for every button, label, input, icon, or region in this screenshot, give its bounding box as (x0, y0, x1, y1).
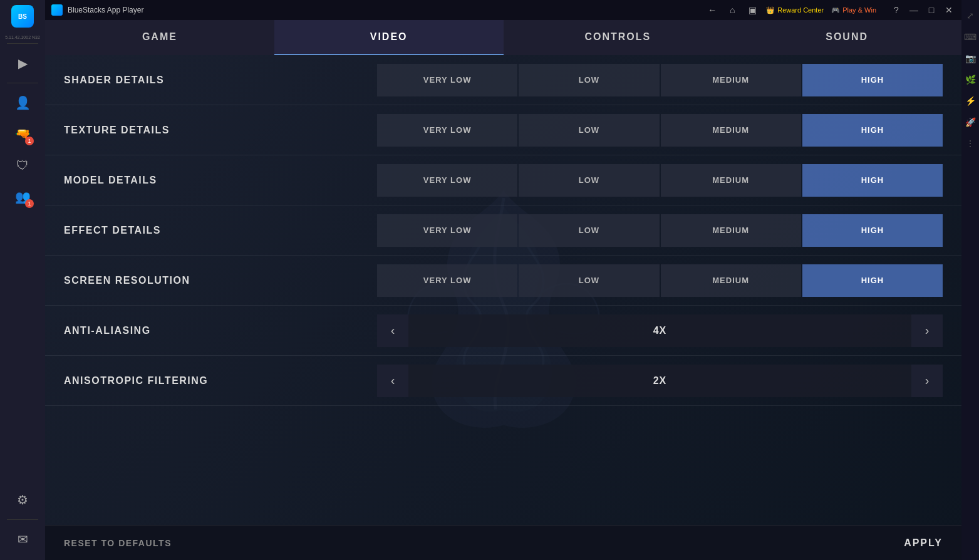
back-button[interactable]: ← (706, 4, 718, 16)
anisotropic-filtering-spinner: ‹ 2X › (377, 365, 943, 397)
effect-details-row: EFFECT DETAILS VERY LOW LOW MEDIUM HIGH (45, 205, 961, 256)
effect-details-options: VERY LOW LOW MEDIUM HIGH (377, 214, 943, 247)
sidebar-weapon-icon[interactable]: 🔫 1 (9, 120, 36, 148)
effect-very-low-btn[interactable]: VERY LOW (377, 214, 517, 247)
anisotropic-next-btn[interactable]: › (911, 365, 943, 397)
model-medium-btn[interactable]: MEDIUM (661, 164, 801, 197)
model-very-low-btn[interactable]: VERY LOW (377, 164, 517, 197)
tab-controls[interactable]: CONTROLS (504, 20, 733, 55)
app-title: BlueStacks App Player (68, 6, 143, 14)
more-meta-icon[interactable]: ⋮ (963, 137, 977, 150)
title-bar-left: BlueStacks App Player (51, 4, 706, 16)
boost-meta-icon[interactable]: 🚀 (963, 115, 977, 129)
main-content: BlueStacks App Player ← ⌂ ▣ 👑 Reward Cen… (45, 0, 961, 560)
keyboard-meta-icon[interactable]: ⌨ (963, 30, 977, 44)
minimize-button[interactable]: — (908, 4, 920, 16)
effect-low-btn[interactable]: LOW (519, 214, 659, 247)
effect-details-label: EFFECT DETAILS (64, 225, 377, 236)
screenshot-button[interactable]: ▣ (746, 4, 759, 16)
play-win-icon: 🎮 (831, 6, 840, 14)
effect-medium-btn[interactable]: MEDIUM (661, 214, 801, 247)
title-bar: BlueStacks App Player ← ⌂ ▣ 👑 Reward Cen… (45, 0, 961, 20)
tab-video[interactable]: VIDEO (274, 20, 504, 55)
sidebar-settings-icon[interactable]: ⚙ (9, 486, 36, 514)
anisotropic-filtering-row: ANISOTROPIC FILTERING ‹ 2X › (45, 356, 961, 406)
texture-details-row: TEXTURE DETAILS VERY LOW LOW MEDIUM HIGH (45, 105, 961, 155)
settings-panel: SHADER DETAILS VERY LOW LOW MEDIUM HIGH … (45, 55, 961, 525)
window-controls: ? — □ ✕ (890, 4, 955, 16)
sidebar-shield-icon[interactable]: 🛡 (9, 152, 36, 179)
play-win-label: Play & Win (842, 6, 876, 14)
tab-game[interactable]: GAME (45, 20, 274, 55)
app-version: 5.11.42.1002 N32 (5, 35, 40, 39)
logo-image: BS (11, 5, 34, 28)
sidebar-profile-icon[interactable]: 👤 (9, 89, 36, 117)
anti-aliasing-value: 4X (408, 325, 911, 336)
texture-medium-btn[interactable]: MEDIUM (661, 114, 801, 147)
texture-very-low-btn[interactable]: VERY LOW (377, 114, 517, 147)
model-details-row: MODEL DETAILS VERY LOW LOW MEDIUM HIGH (45, 155, 961, 205)
screen-resolution-options: VERY LOW LOW MEDIUM HIGH (377, 264, 943, 297)
sidebar-divider-top (7, 43, 38, 44)
shader-low-btn[interactable]: LOW (519, 64, 659, 96)
resolution-medium-btn[interactable]: MEDIUM (661, 264, 801, 297)
model-details-label: MODEL DETAILS (64, 175, 377, 186)
weapon-badge: 1 (25, 137, 34, 145)
anti-aliasing-label: ANTI-ALIASING (64, 325, 377, 336)
play-win-button[interactable]: 🎮 Play & Win (831, 6, 876, 14)
eco-meta-icon[interactable]: 🌿 (963, 73, 977, 86)
anisotropic-prev-btn[interactable]: ‹ (377, 365, 408, 397)
expand-meta-icon[interactable]: ⤢ (963, 9, 977, 23)
anisotropic-value: 2X (408, 375, 911, 386)
texture-low-btn[interactable]: LOW (519, 114, 659, 147)
sidebar-group-icon[interactable]: 👥 1 (9, 183, 36, 210)
screen-resolution-row: SCREEN RESOLUTION VERY LOW LOW MEDIUM HI… (45, 256, 961, 306)
shader-high-btn[interactable]: HIGH (802, 64, 943, 96)
maximize-button[interactable]: □ (925, 4, 938, 16)
shader-details-row: SHADER DETAILS VERY LOW LOW MEDIUM HIGH (45, 55, 961, 105)
home-button[interactable]: ⌂ (726, 4, 738, 16)
reward-center-button[interactable]: 👑 Reward Center (766, 6, 824, 14)
texture-details-options: VERY LOW LOW MEDIUM HIGH (377, 114, 943, 147)
model-details-options: VERY LOW LOW MEDIUM HIGH (377, 164, 943, 197)
sidebar-divider-2 (7, 519, 38, 520)
texture-high-btn[interactable]: HIGH (802, 114, 943, 147)
shader-very-low-btn[interactable]: VERY LOW (377, 64, 517, 96)
shader-details-options: VERY LOW LOW MEDIUM HIGH (377, 64, 943, 96)
shader-medium-btn[interactable]: MEDIUM (661, 64, 801, 96)
anti-aliasing-row: ANTI-ALIASING ‹ 4X › (45, 306, 961, 356)
effect-high-btn[interactable]: HIGH (802, 214, 943, 247)
app-icon (51, 4, 63, 16)
help-button[interactable]: ? (890, 4, 903, 16)
sidebar-play-icon[interactable]: ▶ (9, 49, 36, 77)
anti-aliasing-next-btn[interactable]: › (911, 314, 943, 347)
bottom-bar: RESET TO DEFAULTS APPLY (45, 525, 961, 560)
meta-sidebar: ⤢ ⌨ 📷 🌿 ⚡ 🚀 ⋮ (961, 0, 979, 560)
resolution-low-btn[interactable]: LOW (519, 264, 659, 297)
screen-resolution-label: SCREEN RESOLUTION (64, 275, 377, 286)
anisotropic-filtering-label: ANISOTROPIC FILTERING (64, 375, 377, 386)
reward-icon: 👑 (766, 6, 775, 14)
group-badge: 1 (25, 199, 34, 208)
close-button[interactable]: ✕ (943, 4, 955, 16)
resolution-very-low-btn[interactable]: VERY LOW (377, 264, 517, 297)
reset-defaults-button[interactable]: RESET TO DEFAULTS (64, 538, 172, 548)
macro-meta-icon[interactable]: ⚡ (963, 94, 977, 108)
reward-center-label: Reward Center (777, 6, 824, 14)
model-high-btn[interactable]: HIGH (802, 164, 943, 197)
sidebar-mail-icon[interactable]: ✉ (9, 526, 36, 553)
resolution-high-btn[interactable]: HIGH (802, 264, 943, 297)
camera-meta-icon[interactable]: 📷 (963, 51, 977, 65)
shader-details-label: SHADER DETAILS (64, 75, 377, 86)
game-area: SHADER DETAILS VERY LOW LOW MEDIUM HIGH … (45, 55, 961, 560)
apply-button[interactable]: APPLY (904, 537, 943, 549)
app-logo: BS (10, 5, 35, 30)
nav-tabs: GAME VIDEO CONTROLS SOUND (45, 20, 961, 55)
sidebar-divider-1 (7, 83, 38, 83)
anti-aliasing-prev-btn[interactable]: ‹ (377, 314, 408, 347)
anti-aliasing-spinner: ‹ 4X › (377, 314, 943, 347)
model-low-btn[interactable]: LOW (519, 164, 659, 197)
title-bar-right: ← ⌂ ▣ 👑 Reward Center 🎮 Play & Win ? — □… (706, 4, 955, 16)
texture-details-label: TEXTURE DETAILS (64, 125, 377, 136)
tab-sound[interactable]: SOUND (732, 20, 961, 55)
